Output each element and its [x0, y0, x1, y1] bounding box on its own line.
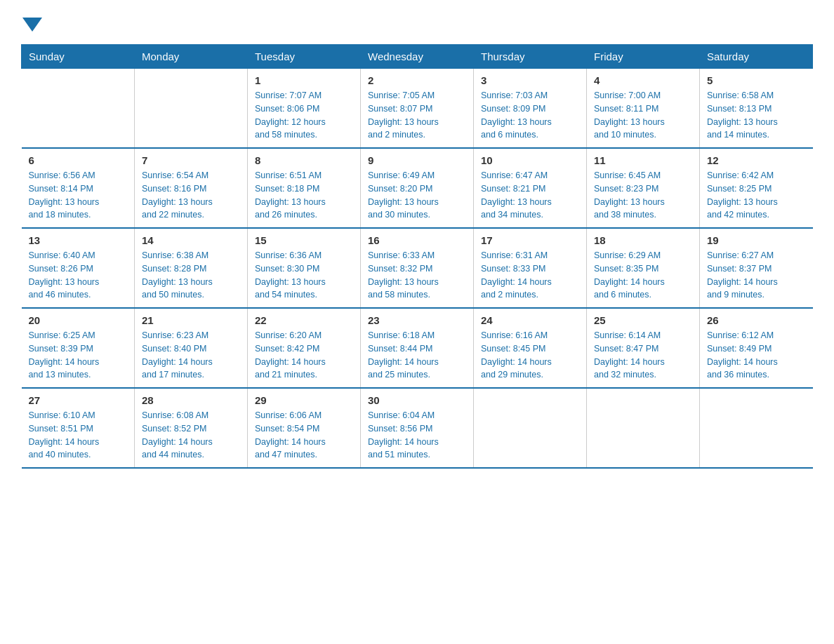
calendar-week-row: 1Sunrise: 7:07 AM Sunset: 8:06 PM Daylig… [22, 69, 813, 149]
calendar-cell: 6Sunrise: 6:56 AM Sunset: 8:14 PM Daylig… [22, 148, 135, 228]
calendar-cell [135, 69, 248, 149]
day-number: 21 [142, 314, 240, 326]
calendar-cell: 3Sunrise: 7:03 AM Sunset: 8:09 PM Daylig… [474, 69, 587, 149]
calendar-header-saturday: Saturday [700, 45, 813, 69]
day-info: Sunrise: 6:54 AM Sunset: 8:16 PM Dayligh… [142, 169, 240, 222]
calendar-header-monday: Monday [135, 45, 248, 69]
page-header [21, 14, 813, 32]
day-number: 24 [481, 314, 579, 326]
day-info: Sunrise: 6:49 AM Sunset: 8:20 PM Dayligh… [368, 169, 466, 222]
day-info: Sunrise: 6:40 AM Sunset: 8:26 PM Dayligh… [29, 249, 128, 302]
calendar-cell: 1Sunrise: 7:07 AM Sunset: 8:06 PM Daylig… [248, 69, 361, 149]
day-number: 15 [255, 234, 353, 246]
day-number: 23 [368, 314, 466, 326]
logo-triangle-icon [22, 18, 42, 32]
calendar-cell [700, 388, 813, 468]
day-number: 14 [142, 234, 240, 246]
day-info: Sunrise: 7:07 AM Sunset: 8:06 PM Dayligh… [255, 89, 353, 142]
day-info: Sunrise: 6:10 AM Sunset: 8:51 PM Dayligh… [29, 409, 128, 462]
calendar-week-row: 6Sunrise: 6:56 AM Sunset: 8:14 PM Daylig… [22, 148, 813, 228]
calendar-cell: 2Sunrise: 7:05 AM Sunset: 8:07 PM Daylig… [361, 69, 474, 149]
day-number: 10 [481, 154, 579, 166]
calendar-cell: 24Sunrise: 6:16 AM Sunset: 8:45 PM Dayli… [474, 308, 587, 388]
calendar-cell: 25Sunrise: 6:14 AM Sunset: 8:47 PM Dayli… [587, 308, 700, 388]
logo [21, 14, 42, 32]
day-number: 16 [368, 234, 466, 246]
day-info: Sunrise: 6:38 AM Sunset: 8:28 PM Dayligh… [142, 249, 240, 302]
day-info: Sunrise: 6:56 AM Sunset: 8:14 PM Dayligh… [29, 169, 128, 222]
calendar-cell [474, 388, 587, 468]
day-number: 19 [707, 234, 806, 246]
day-info: Sunrise: 6:27 AM Sunset: 8:37 PM Dayligh… [707, 249, 806, 302]
day-info: Sunrise: 6:20 AM Sunset: 8:42 PM Dayligh… [255, 329, 353, 382]
calendar-cell: 11Sunrise: 6:45 AM Sunset: 8:23 PM Dayli… [587, 148, 700, 228]
calendar-cell: 5Sunrise: 6:58 AM Sunset: 8:13 PM Daylig… [700, 69, 813, 149]
day-number: 3 [481, 74, 579, 86]
day-number: 27 [29, 394, 128, 406]
calendar-cell: 16Sunrise: 6:33 AM Sunset: 8:32 PM Dayli… [361, 228, 474, 308]
day-info: Sunrise: 6:42 AM Sunset: 8:25 PM Dayligh… [707, 169, 806, 222]
day-number: 7 [142, 154, 240, 166]
calendar-cell: 4Sunrise: 7:00 AM Sunset: 8:11 PM Daylig… [587, 69, 700, 149]
day-info: Sunrise: 6:25 AM Sunset: 8:39 PM Dayligh… [29, 329, 128, 382]
day-number: 26 [707, 314, 806, 326]
calendar-header-friday: Friday [587, 45, 700, 69]
day-number: 28 [142, 394, 240, 406]
day-info: Sunrise: 6:06 AM Sunset: 8:54 PM Dayligh… [255, 409, 353, 462]
calendar-cell: 26Sunrise: 6:12 AM Sunset: 8:49 PM Dayli… [700, 308, 813, 388]
day-info: Sunrise: 6:14 AM Sunset: 8:47 PM Dayligh… [594, 329, 692, 382]
calendar-cell: 27Sunrise: 6:10 AM Sunset: 8:51 PM Dayli… [22, 388, 135, 468]
day-number: 25 [594, 314, 692, 326]
day-number: 1 [255, 74, 353, 86]
day-number: 29 [255, 394, 353, 406]
calendar-cell: 8Sunrise: 6:51 AM Sunset: 8:18 PM Daylig… [248, 148, 361, 228]
day-number: 20 [29, 314, 128, 326]
calendar-cell: 14Sunrise: 6:38 AM Sunset: 8:28 PM Dayli… [135, 228, 248, 308]
calendar-cell: 12Sunrise: 6:42 AM Sunset: 8:25 PM Dayli… [700, 148, 813, 228]
calendar-cell: 10Sunrise: 6:47 AM Sunset: 8:21 PM Dayli… [474, 148, 587, 228]
calendar-header-row: SundayMondayTuesdayWednesdayThursdayFrid… [22, 45, 813, 69]
day-info: Sunrise: 6:31 AM Sunset: 8:33 PM Dayligh… [481, 249, 579, 302]
calendar-week-row: 20Sunrise: 6:25 AM Sunset: 8:39 PM Dayli… [22, 308, 813, 388]
calendar-cell: 15Sunrise: 6:36 AM Sunset: 8:30 PM Dayli… [248, 228, 361, 308]
calendar-header-thursday: Thursday [474, 45, 587, 69]
day-info: Sunrise: 7:03 AM Sunset: 8:09 PM Dayligh… [481, 89, 579, 142]
day-info: Sunrise: 6:47 AM Sunset: 8:21 PM Dayligh… [481, 169, 579, 222]
calendar-cell: 19Sunrise: 6:27 AM Sunset: 8:37 PM Dayli… [700, 228, 813, 308]
day-info: Sunrise: 7:05 AM Sunset: 8:07 PM Dayligh… [368, 89, 466, 142]
day-number: 8 [255, 154, 353, 166]
day-info: Sunrise: 6:45 AM Sunset: 8:23 PM Dayligh… [594, 169, 692, 222]
calendar-cell: 29Sunrise: 6:06 AM Sunset: 8:54 PM Dayli… [248, 388, 361, 468]
calendar-cell: 13Sunrise: 6:40 AM Sunset: 8:26 PM Dayli… [22, 228, 135, 308]
day-info: Sunrise: 6:12 AM Sunset: 8:49 PM Dayligh… [707, 329, 806, 382]
calendar-cell: 28Sunrise: 6:08 AM Sunset: 8:52 PM Dayli… [135, 388, 248, 468]
calendar-cell: 20Sunrise: 6:25 AM Sunset: 8:39 PM Dayli… [22, 308, 135, 388]
day-info: Sunrise: 7:00 AM Sunset: 8:11 PM Dayligh… [594, 89, 692, 142]
day-info: Sunrise: 6:04 AM Sunset: 8:56 PM Dayligh… [368, 409, 466, 462]
day-info: Sunrise: 6:51 AM Sunset: 8:18 PM Dayligh… [255, 169, 353, 222]
calendar-cell: 17Sunrise: 6:31 AM Sunset: 8:33 PM Dayli… [474, 228, 587, 308]
calendar-header-sunday: Sunday [22, 45, 135, 69]
calendar-cell: 7Sunrise: 6:54 AM Sunset: 8:16 PM Daylig… [135, 148, 248, 228]
calendar-week-row: 27Sunrise: 6:10 AM Sunset: 8:51 PM Dayli… [22, 388, 813, 468]
day-info: Sunrise: 6:29 AM Sunset: 8:35 PM Dayligh… [594, 249, 692, 302]
day-number: 4 [594, 74, 692, 86]
day-number: 30 [368, 394, 466, 406]
calendar-cell: 18Sunrise: 6:29 AM Sunset: 8:35 PM Dayli… [587, 228, 700, 308]
calendar-cell: 9Sunrise: 6:49 AM Sunset: 8:20 PM Daylig… [361, 148, 474, 228]
day-number: 11 [594, 154, 692, 166]
day-number: 2 [368, 74, 466, 86]
day-number: 13 [29, 234, 128, 246]
day-number: 9 [368, 154, 466, 166]
day-info: Sunrise: 6:18 AM Sunset: 8:44 PM Dayligh… [368, 329, 466, 382]
day-info: Sunrise: 6:36 AM Sunset: 8:30 PM Dayligh… [255, 249, 353, 302]
calendar-cell [22, 69, 135, 149]
calendar-cell: 23Sunrise: 6:18 AM Sunset: 8:44 PM Dayli… [361, 308, 474, 388]
day-number: 5 [707, 74, 806, 86]
day-info: Sunrise: 6:33 AM Sunset: 8:32 PM Dayligh… [368, 249, 466, 302]
day-number: 17 [481, 234, 579, 246]
calendar-cell: 21Sunrise: 6:23 AM Sunset: 8:40 PM Dayli… [135, 308, 248, 388]
day-info: Sunrise: 6:16 AM Sunset: 8:45 PM Dayligh… [481, 329, 579, 382]
day-number: 6 [29, 154, 128, 166]
calendar-cell [587, 388, 700, 468]
